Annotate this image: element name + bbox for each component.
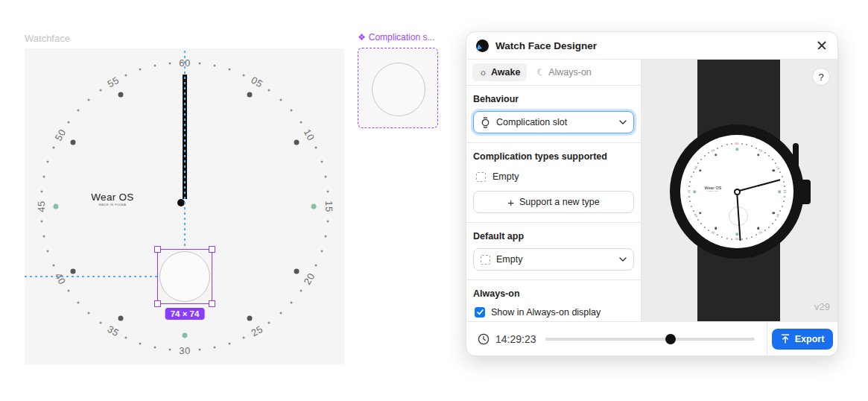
support-new-type-label: Support a new type [519,197,600,207]
brand-subtext: MADE IN FIGMA [99,203,127,206]
component-layer-label[interactable]: ❖ Complication s... [358,32,434,42]
chevron-down-icon [619,257,627,262]
tab-awake[interactable]: ☼ Awake [472,63,527,81]
checkbox-checked[interactable] [475,307,485,318]
complication-types-label: Complication types supported [473,151,634,162]
close-icon[interactable] [816,40,828,51]
component-slot-circle [372,63,425,116]
help-button[interactable]: ? [812,68,830,86]
mode-tabs: ☼ Awake ☾ Always-on [466,60,641,86]
preview-hand-pivot [734,189,741,195]
resize-handle-top-left[interactable] [154,246,161,253]
preview-brand: Wear OS MADE IN FIGMA [702,186,724,193]
frame-title: Watchface [25,33,70,44]
export-button[interactable]: Export [772,329,834,350]
watch-preview: 600510152025303540455055 Wear OS MADE IN… [642,60,837,321]
brand-text: Wear OS [91,192,133,203]
sun-icon: ☼ [479,67,487,78]
horizontal-guide [25,276,157,277]
check-icon [477,309,484,315]
component-icon: ❖ [358,32,366,42]
tab-always-on-label: Always-on [548,67,592,78]
clock-icon [478,333,490,345]
default-app-section: Default app Empty [466,223,641,280]
time-display: 14:29:23 [495,333,536,345]
empty-app-icon [481,255,490,265]
preview-brand-subtext: MADE IN FIGMA [708,190,719,192]
slider-track[interactable] [545,338,755,341]
moon-icon: ☾ [536,67,545,78]
default-app-label: Default app [473,231,634,241]
behaviour-section: Behaviour Complication slot [466,86,641,143]
tab-awake-label: Awake [491,67,520,78]
always-on-checkbox-label: Show in Always-on display [491,307,601,318]
complication-component-frame[interactable] [358,48,438,128]
always-on-label: Always-on [473,288,634,299]
resize-handle-top-right[interactable] [209,246,215,253]
time-slider[interactable] [545,334,755,344]
app-logo-icon [476,40,489,52]
always-on-checkbox-row[interactable]: Show in Always-on display [473,306,634,319]
panel-header: Watch Face Designer [466,32,837,60]
watch-face-designer-panel: Watch Face Designer ☼ Awake ☾ Always-on … [466,31,838,356]
type-item-empty[interactable]: Empty [473,168,634,191]
chevron-down-icon [619,120,627,124]
time-group: 14:29:23 [466,333,545,345]
support-new-type-button[interactable]: + Support a new type [473,191,634,213]
resize-handle-bottom-left[interactable] [154,300,161,307]
watchface-canvas[interactable]: 600510152025303540455055 Wear OS MADE IN… [25,48,344,364]
default-app-value: Empty [496,254,613,265]
resize-handle-bottom-right[interactable] [209,300,215,307]
panel-title: Watch Face Designer [495,40,809,51]
panel-footer: 14:29:23 Export [466,321,837,356]
slider-thumb[interactable] [665,334,676,344]
selection-box[interactable]: 74 × 74 [157,249,212,304]
watch-icon [481,117,490,128]
size-badge: 74 × 74 [165,308,205,320]
behaviour-value: Complication slot [496,117,613,127]
controls-column: ☼ Awake ☾ Always-on Behaviour Complicati… [466,60,642,321]
version-label: v29 [814,301,830,312]
default-app-dropdown[interactable]: Empty [473,248,634,271]
help-icon: ? [818,72,823,83]
empty-type-icon [476,172,486,182]
vertical-guide [184,51,186,249]
type-item-label: Empty [492,171,519,182]
watch-brand: Wear OS MADE IN FIGMA [85,192,140,209]
behaviour-dropdown[interactable]: Complication slot [473,111,634,133]
component-name: Complication s... [369,32,435,42]
tab-always-on[interactable]: ☾ Always-on [530,63,598,81]
behaviour-label: Behaviour [473,94,634,104]
plus-icon: + [507,196,514,209]
export-icon [781,334,790,344]
watch-face-preview: 600510152025303540455055 Wear OS MADE IN… [680,135,793,248]
hour-hand [737,179,781,192]
export-label: Export [795,334,825,344]
complication-types-section: Complication types supported Empty + Sup… [466,143,641,223]
